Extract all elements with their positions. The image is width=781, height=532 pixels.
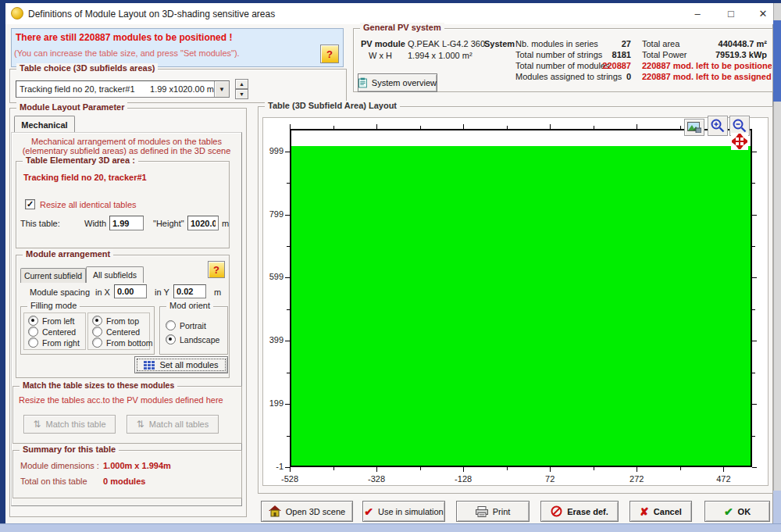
export-image-button[interactable]: [684, 119, 704, 136]
summary-title: Summary for this table: [20, 445, 119, 454]
total-area-label: Total area: [642, 39, 679, 48]
zoom-in-icon: [710, 118, 726, 134]
tick-mark: [752, 341, 757, 341]
system-row-value: 0: [590, 72, 631, 81]
set-all-modules-button[interactable]: Set all modules: [134, 356, 228, 373]
system-overview-button[interactable]: System overview: [358, 73, 437, 92]
minimize-button[interactable]: –: [680, 3, 715, 23]
red-check-icon: ✔: [364, 505, 373, 518]
plot-frame: [290, 129, 752, 467]
width-field[interactable]: [109, 216, 144, 230]
pv-module-value: Q.PEAK L-G4.2 360: [408, 39, 485, 48]
tick-label: 999: [257, 146, 284, 155]
tick-mark: [752, 277, 757, 278]
cancel-button[interactable]: ✘ Cancel: [629, 501, 692, 522]
open-3d-scene-label: Open 3D scene: [286, 507, 345, 516]
summary-row-value: 1.000m x 1.994m: [103, 461, 171, 470]
radio-landscape[interactable]: Landscape: [166, 334, 219, 345]
tick-mark: [285, 277, 290, 278]
match-this-table-button[interactable]: ⇅ Match this table: [23, 415, 116, 434]
tick-label: 272: [619, 474, 654, 484]
match-all-tables-button[interactable]: ⇅ Match all tables: [127, 415, 219, 434]
use-in-simulation-button[interactable]: ✔ Use in simulation: [362, 501, 445, 522]
tick-label: -528: [273, 474, 307, 484]
spinner-down-button[interactable]: ▼: [235, 89, 248, 99]
alert-assigned: 220887 mod. left to be assigned: [642, 72, 772, 81]
radio-centered-y[interactable]: Centered: [92, 327, 140, 337]
radio-from-left[interactable]: From left: [28, 316, 74, 326]
system-overview-label: System overview: [372, 78, 437, 87]
height-field[interactable]: [187, 216, 219, 230]
tick-mark: [550, 124, 551, 129]
module-arrangement-title: Module arrangement: [23, 249, 113, 259]
summary-row-label: Total on this table: [20, 477, 87, 486]
inx-label: in X: [95, 287, 110, 297]
tick-mark: [507, 467, 508, 470]
tab-all-subfields[interactable]: All subfields: [86, 266, 144, 283]
system-row-value: 220887: [590, 61, 631, 70]
print-label: Print: [493, 507, 511, 516]
print-button[interactable]: Print: [456, 501, 530, 522]
radio-from-top[interactable]: From top: [92, 316, 139, 326]
tick-label: 199: [257, 398, 284, 408]
iny-label: in Y: [155, 287, 169, 297]
summary-row-value: 0 modules: [103, 477, 145, 486]
tick-mark: [723, 467, 724, 472]
tick-mark: [594, 126, 594, 129]
ok-label: OK: [738, 507, 751, 516]
system-row-label: Total number of strings: [515, 50, 602, 59]
green-check-icon: ✔: [724, 505, 733, 518]
printer-icon: [476, 506, 488, 517]
dropdown-selected-size: 1.99 x1020.00 m: [150, 84, 214, 94]
tick-mark: [752, 309, 755, 310]
tick-mark: [287, 373, 290, 373]
table-choice-dropdown[interactable]: Tracking field no 20, tracker#1 1.99 x10…: [16, 80, 230, 98]
tick-mark: [287, 436, 290, 437]
spacing-unit-label: m: [214, 287, 221, 297]
table-choice-title: Table choice (3D subfields areas): [16, 63, 158, 73]
clipboard-icon: [358, 77, 367, 88]
chevron-down-icon[interactable]: ▼: [214, 81, 229, 97]
warning-line2: (You can increase the table size, and pr…: [14, 48, 240, 58]
radio-label: Centered: [42, 327, 76, 337]
radio-dot: [166, 320, 176, 330]
open-3d-scene-button[interactable]: Open 3D scene: [261, 501, 353, 522]
help-button[interactable]: ?: [320, 45, 339, 63]
spinner-up-button[interactable]: ▲: [235, 79, 248, 89]
close-button[interactable]: ✕: [746, 3, 780, 23]
dropdown-selected-name: Tracking field no 20, tracker#1: [16, 84, 150, 94]
mechanical-description: Mechanical arrangement of modules on the…: [16, 137, 237, 155]
tick-mark: [637, 467, 637, 472]
zoom-in-button[interactable]: [708, 116, 728, 136]
match-this-table-label: Match this table: [46, 420, 106, 429]
parent-window-edge: [773, 20, 781, 102]
tick-label: -328: [359, 474, 394, 484]
height-unit-label: m: [222, 219, 229, 228]
tab-mechanical[interactable]: Mechanical: [14, 116, 75, 133]
parent-window-edge: [0, 523, 781, 532]
system-row-label: Nb. modules in series: [515, 39, 598, 48]
use-in-simulation-label: Use in simulation: [378, 507, 444, 516]
radio-from-right[interactable]: From right: [28, 337, 80, 348]
spacing-y-field[interactable]: [173, 284, 206, 298]
ok-button[interactable]: ✔ OK: [704, 501, 770, 522]
radio-portrait[interactable]: Portrait: [166, 320, 206, 330]
erase-def-button[interactable]: Erase def.: [540, 501, 619, 522]
radio-centered-x[interactable]: Centered: [28, 327, 76, 337]
resize-tables-checkbox[interactable]: ✓: [25, 199, 35, 209]
tick-mark: [285, 152, 290, 152]
tab-current-subfield[interactable]: Current subfield: [20, 268, 86, 283]
tick-mark: [287, 309, 290, 310]
spacing-x-field[interactable]: [114, 284, 147, 298]
radio-label: Centered: [106, 327, 140, 337]
pv-module-label: PV module: [361, 39, 405, 48]
tick-label: 472: [706, 474, 740, 484]
arrangement-help-button[interactable]: ?: [208, 261, 225, 278]
radio-from-bottom[interactable]: From bottom: [92, 337, 153, 348]
tick-mark: [285, 215, 290, 216]
pan-button[interactable]: [731, 133, 748, 150]
match-arrows-icon: ⇅: [33, 419, 41, 430]
radio-label: From bottom: [106, 338, 153, 348]
tick-mark: [287, 183, 290, 184]
maximize-button[interactable]: □: [714, 3, 748, 23]
